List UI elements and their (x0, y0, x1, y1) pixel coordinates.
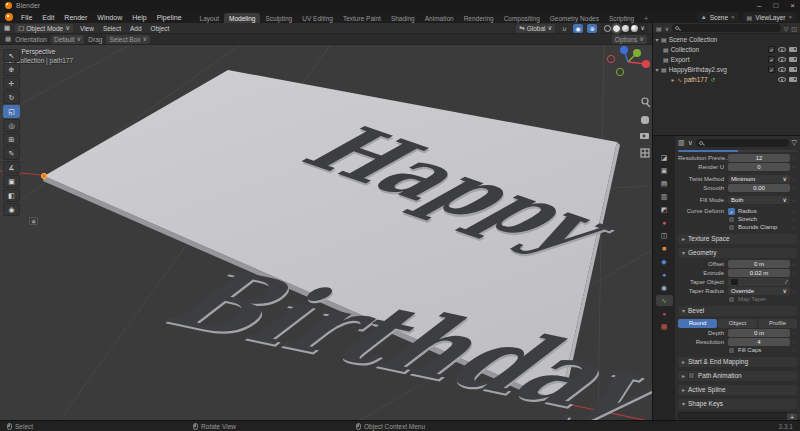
unlink-scene-icon[interactable]: × (731, 14, 735, 20)
taper-object-field[interactable]: ∕ (728, 278, 790, 286)
animate-dot-icon[interactable]: · (790, 330, 797, 336)
menu-object[interactable]: Object (149, 25, 172, 32)
expand-icon[interactable]: ▸ (669, 76, 677, 83)
bounds-clamp-checkbox[interactable] (728, 224, 735, 231)
tab-world-icon[interactable]: ● (656, 217, 673, 228)
minimize-button[interactable]: – (757, 1, 761, 10)
perspective-toggle-icon[interactable] (641, 149, 649, 157)
path-animation-checkbox[interactable] (688, 372, 695, 379)
bevel-resolution-field[interactable]: 4 (728, 338, 790, 346)
shape-keys-panel[interactable]: ▾ Shape Keys (678, 399, 797, 409)
tab-rendering[interactable]: Rendering (459, 13, 499, 23)
tab-collection-icon[interactable]: ◫ (656, 230, 673, 241)
animate-dot-icon[interactable]: · (790, 155, 797, 161)
viewport-canvas[interactable]: User Perspective (1) Collection | path17… (0, 45, 652, 420)
tab-texture-icon[interactable]: ▦ (656, 321, 673, 332)
outliner-row-collection[interactable]: ▤ Collection ✓ (653, 44, 800, 54)
hide-eye-icon[interactable] (778, 67, 786, 72)
tab-output-icon[interactable]: ▤ (656, 178, 673, 189)
tool-scale[interactable]: ◱ (3, 105, 20, 118)
tab-physics-icon[interactable]: ● (656, 269, 673, 280)
geometry-panel[interactable]: ▾ Geometry (678, 248, 797, 258)
tab-geometry-nodes[interactable]: Geometry Nodes (545, 13, 604, 23)
view-layer-selector[interactable]: ▤ ViewLayer × (743, 12, 796, 22)
filter-icon[interactable]: ▽ (784, 25, 789, 32)
move-view-icon[interactable] (641, 116, 649, 124)
add-shape-key-button[interactable]: + (787, 413, 797, 420)
tool-transform[interactable]: ◎ (3, 119, 20, 132)
zoom-view-icon[interactable] (642, 98, 650, 107)
menu-file[interactable]: File (16, 14, 37, 21)
radius-checkbox[interactable]: ✓ (728, 208, 735, 215)
resolution-preview-field[interactable]: 12 (728, 154, 790, 162)
animate-dot-icon[interactable]: · (790, 224, 797, 230)
tab-constraints-icon[interactable]: ◉ (656, 282, 673, 293)
blender-menu-icon[interactable] (5, 13, 13, 21)
tab-scripting[interactable]: Scripting (604, 13, 639, 23)
proportional-edit-toggle[interactable]: ◉ (573, 24, 583, 33)
bevel-panel[interactable]: ▾ Bevel (678, 306, 797, 316)
menu-window[interactable]: Window (92, 14, 127, 21)
outliner-row-svg-collection[interactable]: ▾ ▤ HappyBirthday2.svg ✓ (653, 64, 800, 74)
stretch-checkbox[interactable] (728, 216, 735, 223)
bevel-profile-tab[interactable]: Profile (758, 319, 797, 328)
tab-modifiers-icon[interactable]: ◆ (656, 256, 673, 267)
outliner-options-icon[interactable]: ◫ (791, 25, 797, 32)
disable-render-icon[interactable] (789, 77, 797, 82)
outliner-search-input[interactable] (672, 24, 781, 32)
hide-eye-icon[interactable] (778, 47, 786, 52)
close-button[interactable]: × (790, 1, 795, 10)
start-end-mapping-panel[interactable]: ▸ Start & End Mapping (678, 357, 797, 367)
animate-dot-icon[interactable]: · (790, 164, 797, 170)
extrude-field[interactable]: 0.02 m (728, 269, 790, 277)
tool-annotate[interactable]: ⊞ (3, 133, 20, 146)
orientation-setting-dropdown[interactable]: Default ∨ (51, 35, 84, 44)
tab-scene-icon[interactable]: ◩ (656, 204, 673, 215)
annotation-thumbnail-icon[interactable]: ▣ (29, 217, 38, 225)
menu-help[interactable]: Help (127, 14, 151, 21)
menu-render[interactable]: Render (59, 14, 92, 21)
tab-modeling[interactable]: Modeling (224, 13, 260, 23)
tab-compositing[interactable]: Compositing (499, 13, 545, 23)
path-animation-panel[interactable]: ▸ Path Animation (678, 371, 797, 381)
tab-material-icon[interactable]: ● (656, 308, 673, 319)
animate-dot-icon[interactable]: · (790, 208, 797, 214)
tool-extra-1[interactable]: ◧ (3, 189, 20, 202)
snap-magnet-toggle[interactable]: ∪ (559, 24, 569, 33)
animate-dot-icon[interactable]: · (790, 197, 797, 203)
gizmo-x-neg[interactable] (607, 55, 614, 62)
exclude-checkbox[interactable]: ✓ (768, 56, 775, 63)
drag-setting-dropdown[interactable]: Select Box ∨ (106, 35, 150, 44)
object-origin-dot[interactable] (41, 173, 46, 178)
render-u-field[interactable]: 0 (728, 163, 790, 171)
display-mode-icon[interactable]: ▤ (656, 25, 662, 32)
animate-dot-icon[interactable]: · (790, 347, 797, 353)
menu-edit[interactable]: Edit (37, 14, 59, 21)
collapse-icon[interactable]: ▾ (653, 66, 661, 73)
tab-shading[interactable]: Shading (386, 13, 420, 23)
options-dropdown[interactable]: Options ∨ (612, 35, 647, 44)
tab-object-icon[interactable]: ■ (656, 243, 673, 254)
navigation-gizmo[interactable] (607, 46, 650, 76)
chevron-down-icon[interactable]: ∨ (640, 24, 645, 32)
hide-eye-icon[interactable] (778, 77, 786, 82)
tool-extra-2[interactable]: ◉ (3, 203, 20, 216)
outliner-label[interactable]: HappyBirthday2.svg (669, 66, 727, 73)
bevel-object-tab[interactable]: Object (718, 319, 757, 328)
gizmo-y-neg[interactable] (616, 68, 623, 75)
tab-render-icon[interactable]: ▣ (656, 165, 673, 176)
tool-cursor[interactable]: ⊕ (3, 63, 20, 76)
tab-texture-paint[interactable]: Texture Paint (338, 13, 386, 23)
animate-dot-icon[interactable]: · (790, 216, 797, 222)
outliner-row-scene-collection[interactable]: ▾ ▤ Scene Collection (653, 34, 800, 44)
filter-icon[interactable]: ▽ (792, 139, 797, 147)
animate-dot-icon[interactable]: · (790, 261, 797, 267)
disable-render-icon[interactable] (789, 47, 797, 52)
smooth-field[interactable]: 0.00 (728, 184, 790, 192)
chevron-down-icon[interactable]: ∨ (688, 139, 693, 147)
outliner-label[interactable]: Scene Collection (669, 36, 718, 43)
animate-dot-icon[interactable]: · (790, 288, 797, 294)
shape-keys-list[interactable]: + (678, 412, 797, 419)
outliner-label[interactable]: path177 (684, 76, 708, 83)
eyedropper-icon[interactable]: ∕ (786, 279, 787, 285)
